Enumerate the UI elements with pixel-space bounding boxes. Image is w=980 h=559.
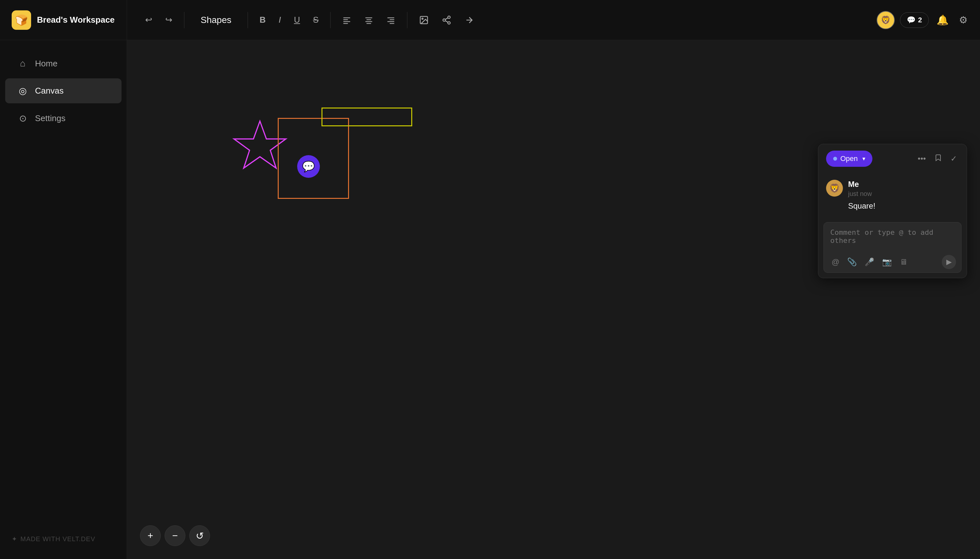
user-avatar[interactable]: 🦁 — [877, 11, 895, 29]
logo-emoji: 🍞 — [15, 14, 28, 26]
svg-rect-7 — [366, 23, 371, 24]
comment-input[interactable] — [824, 223, 961, 250]
italic-button[interactable]: I — [274, 11, 286, 29]
svg-point-14 — [448, 16, 451, 18]
send-icon: ▶ — [946, 258, 952, 266]
workspace-name: Bread's Workspace — [37, 15, 115, 25]
footer-text: MADE WITH VELT.DEV — [20, 535, 95, 543]
svg-point-13 — [422, 18, 423, 19]
open-status-dot — [833, 157, 837, 160]
svg-rect-3 — [343, 23, 348, 24]
notifications-button[interactable]: 💬 2 — [900, 12, 929, 28]
comment-user-avatar: 🦁 — [826, 180, 843, 197]
align-left-button[interactable] — [337, 12, 357, 28]
notif-count: 2 — [918, 16, 922, 24]
home-icon: ⌂ — [17, 58, 28, 69]
sidebar-item-canvas[interactable]: ◎ Canvas — [5, 78, 121, 103]
svg-rect-10 — [388, 21, 395, 22]
toolbar-right: 🦁 💬 2 🔔 ⚙ — [867, 11, 980, 29]
svg-point-15 — [443, 19, 446, 22]
svg-rect-1 — [343, 19, 348, 20]
chevron-down-icon: ▾ — [862, 155, 865, 162]
canvas-content: 💬 Open ▾ ••• ✓ — [127, 40, 980, 559]
panel-actions: ••• ✓ — [916, 152, 959, 165]
velt-logo-icon: ✦ — [12, 535, 17, 543]
redo-button[interactable]: ↪ — [160, 11, 177, 29]
image-button[interactable] — [414, 12, 434, 29]
mention-button[interactable]: @ — [829, 255, 842, 269]
video-button[interactable]: 📷 — [879, 255, 894, 269]
document-title: Shapes — [191, 15, 241, 25]
svg-rect-8 — [388, 17, 395, 18]
settings-gear-button[interactable]: ⚙ — [956, 12, 970, 28]
svg-rect-0 — [343, 17, 350, 18]
comment-bubble[interactable]: 💬 — [297, 155, 320, 178]
sidebar-item-settings-label: Settings — [35, 113, 65, 123]
more-options-button[interactable]: ••• — [916, 152, 928, 165]
comment-body: 🦁 Me just now Square! — [818, 173, 967, 217]
underline-button[interactable]: U — [289, 11, 305, 29]
bold-button[interactable]: B — [254, 11, 271, 29]
comment-username: Me — [848, 180, 959, 189]
sidebar: ⌂ Home ◎ Canvas ⊙ Settings ✦ MADE WITH V… — [0, 40, 127, 559]
canvas-icon: ◎ — [17, 86, 28, 96]
zoom-controls: + − ↺ — [140, 525, 210, 546]
svg-rect-4 — [366, 17, 372, 18]
audio-button[interactable]: 🎤 — [862, 255, 877, 269]
svg-rect-9 — [390, 19, 395, 20]
svg-point-16 — [448, 22, 451, 24]
toolbar-divider-1 — [184, 12, 184, 28]
comment-panel: Open ▾ ••• ✓ 🦁 Me — [818, 144, 967, 278]
strikethrough-button[interactable]: S — [308, 11, 324, 29]
comment-input-toolbar: @ 📎 🎤 📷 🖥 ▶ — [824, 251, 961, 272]
topbar: 🍞 Bread's Workspace ↩ ↪ Shapes B I U S — [0, 0, 980, 40]
zoom-in-button[interactable]: + — [140, 525, 161, 546]
share-button[interactable] — [436, 12, 457, 29]
toolbar-divider-2 — [247, 12, 248, 28]
open-button-label: Open — [840, 154, 858, 163]
comment-user-info: Me just now Square! — [848, 180, 959, 210]
attach-button[interactable]: 📎 — [844, 255, 859, 269]
logo-area: 🍞 Bread's Workspace — [0, 0, 127, 40]
align-center-button[interactable] — [359, 12, 378, 28]
bookmark-button[interactable] — [932, 152, 944, 165]
sidebar-item-canvas-label: Canvas — [35, 86, 63, 96]
bell-button[interactable]: 🔔 — [934, 12, 951, 28]
notif-icon: 💬 — [907, 16, 915, 24]
svg-rect-2 — [343, 21, 350, 22]
logo-icon: 🍞 — [12, 10, 31, 30]
sidebar-footer: ✦ MADE WITH VELT.DEV — [0, 529, 127, 549]
sidebar-item-home[interactable]: ⌂ Home — [5, 51, 121, 76]
sidebar-item-settings[interactable]: ⊙ Settings — [5, 106, 121, 131]
comment-input-area: @ 📎 🎤 📷 🖥 ▶ — [824, 222, 962, 273]
comment-user-row: 🦁 Me just now Square! — [826, 180, 959, 210]
comment-panel-header: Open ▾ ••• ✓ — [818, 144, 967, 173]
zoom-out-button[interactable]: − — [165, 525, 186, 546]
toolbar: ↩ ↪ Shapes B I U S — [127, 11, 867, 29]
settings-icon: ⊙ — [17, 113, 28, 124]
open-button[interactable]: Open ▾ — [826, 150, 872, 167]
canvas-area[interactable]: 💬 Open ▾ ••• ✓ — [127, 40, 980, 559]
send-button[interactable]: ▶ — [942, 255, 956, 269]
yellow-rect-shape[interactable] — [322, 108, 412, 126]
pen-button[interactable] — [459, 12, 479, 29]
comment-bubble-icon: 💬 — [302, 160, 315, 173]
svg-line-17 — [445, 20, 448, 22]
resolve-button[interactable]: ✓ — [948, 152, 959, 165]
align-right-button[interactable] — [381, 12, 401, 28]
zoom-reset-button[interactable]: ↺ — [189, 525, 210, 546]
main-layout: ⌂ Home ◎ Canvas ⊙ Settings ✦ MADE WITH V… — [0, 40, 980, 559]
comment-message: Square! — [848, 202, 959, 210]
sidebar-item-home-label: Home — [35, 59, 57, 69]
undo-button[interactable]: ↩ — [140, 11, 158, 29]
comment-timestamp: just now — [848, 190, 959, 198]
svg-line-18 — [445, 18, 448, 20]
svg-rect-6 — [366, 21, 372, 22]
screen-button[interactable]: 🖥 — [897, 255, 910, 269]
svg-rect-11 — [390, 23, 395, 24]
svg-rect-5 — [366, 19, 371, 20]
